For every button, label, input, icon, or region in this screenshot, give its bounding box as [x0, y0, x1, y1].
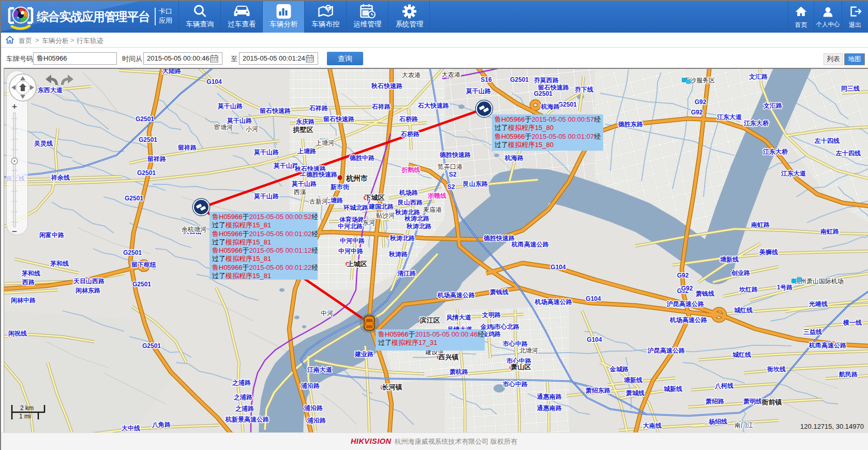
svg-text:通惠南路: 通惠南路 — [536, 404, 562, 412]
svg-text:石祥路: 石祥路 — [371, 103, 391, 110]
svg-text:S2: S2 — [447, 183, 455, 191]
svg-text:之浦路: 之浦路 — [235, 405, 255, 412]
svg-text:闲林中路: 闲林中路 — [11, 297, 36, 304]
svg-text:体育场路: 体育场路 — [339, 216, 365, 223]
svg-text:永庆路: 永庆路 — [295, 118, 315, 125]
svg-text:秋涛北路: 秋涛北路 — [406, 223, 432, 230]
svg-text:G2501: G2501 — [123, 249, 142, 256]
svg-text:新市街: 新市街 — [330, 183, 350, 191]
svg-text:同三线: 同三线 — [841, 85, 860, 92]
svg-text:德胜快速路: 德胜快速路 — [439, 151, 471, 158]
svg-text:莫干山路: 莫干山路 — [466, 88, 491, 95]
svg-text:德胜东路: 德胜东路 — [618, 121, 643, 128]
svg-text:留石快速路: 留石快速路 — [260, 107, 291, 114]
svg-text:−: − — [12, 227, 17, 237]
svg-text:江东大道: 江东大道 — [781, 170, 806, 177]
svg-text:杭海路: 杭海路 — [541, 103, 560, 110]
svg-text:石大快速路: 石大快速路 — [417, 102, 450, 109]
svg-text:文汇路: 文汇路 — [749, 73, 768, 80]
svg-text:2 km: 2 km — [20, 404, 34, 412]
svg-text:中河北路: 中河北路 — [338, 223, 363, 230]
svg-text:城红线: 城红线 — [732, 351, 751, 358]
svg-text:闲林东路: 闲林东路 — [76, 287, 101, 294]
svg-text:城红线: 城红线 — [734, 307, 753, 314]
svg-text:杭新景高速公路: 杭新景高速公路 — [225, 416, 270, 423]
svg-text:浦沿路: 浦沿路 — [304, 404, 323, 412]
svg-text:文明路: 文明路 — [482, 311, 501, 318]
svg-text:滨江区: 滨江区 — [420, 316, 440, 324]
svg-text:之浦路: 之浦路 — [233, 394, 253, 401]
svg-text:天目山西路: 天目山西路 — [73, 278, 105, 285]
svg-text:闲祝线: 闲祝线 — [8, 330, 27, 337]
svg-text:秋涛北路: 秋涛北路 — [390, 235, 415, 242]
svg-text:风情大道: 风情大道 — [446, 314, 472, 321]
svg-text:三益线: 三益线 — [803, 328, 822, 336]
svg-text:1号路: 1号路 — [777, 284, 794, 291]
svg-text:G2501: G2501 — [558, 101, 577, 108]
svg-text:八角路: 八角路 — [152, 421, 171, 428]
svg-text:G2501: G2501 — [139, 136, 157, 143]
svg-text:茅和线: 茅和线 — [21, 270, 40, 277]
svg-text:莫干山路: 莫干山路 — [227, 117, 252, 124]
svg-text:萧明线: 萧明线 — [743, 398, 762, 405]
svg-text:宦塘河: 宦塘河 — [214, 124, 233, 131]
svg-text:+: + — [12, 101, 17, 111]
svg-text:建国北路: 建国北路 — [368, 203, 394, 210]
svg-text:茅和线: 茅和线 — [50, 260, 69, 267]
svg-text:左十四线: 左十四线 — [814, 137, 840, 144]
svg-text:G104: G104 — [206, 78, 222, 85]
svg-text:清江路: 清江路 — [397, 270, 416, 277]
svg-text:八柯线: 八柯线 — [714, 382, 734, 389]
svg-text:下城区: 下城区 — [365, 194, 385, 201]
svg-text:萧钱线: 萧钱线 — [696, 290, 714, 297]
svg-text:上塘河: 上塘河 — [316, 139, 334, 147]
svg-text:坎红路: 坎红路 — [739, 286, 758, 293]
svg-text:莫干山路: 莫干山路 — [217, 103, 243, 110]
svg-text:市心中路: 市心中路 — [502, 340, 528, 347]
svg-text:莫干山路: 莫干山路 — [253, 149, 279, 156]
svg-text:G2501: G2501 — [534, 90, 552, 97]
svg-text:萧杭路: 萧杭路 — [450, 368, 469, 375]
svg-text:余杭塘河: 余杭塘河 — [182, 226, 206, 233]
svg-text:西兴镇: 西兴镇 — [438, 353, 459, 361]
svg-text:中河中路: 中河中路 — [338, 248, 364, 255]
svg-text:留祥路: 留祥路 — [147, 155, 167, 163]
svg-text:G104: G104 — [587, 336, 602, 343]
svg-text:G2501: G2501 — [132, 281, 151, 288]
svg-text:建业路: 建业路 — [354, 351, 374, 358]
svg-text:艮山西路: 艮山西路 — [398, 199, 423, 206]
svg-text:城新线: 城新线 — [663, 385, 682, 393]
svg-text:秋涛路: 秋涛路 — [388, 251, 408, 258]
svg-text:G104: G104 — [586, 295, 601, 302]
svg-text:浦沿路: 浦沿路 — [301, 382, 320, 389]
svg-text:G92: G92 — [677, 272, 689, 279]
svg-text:小河: 小河 — [246, 125, 258, 133]
svg-text:衙坎线: 衙坎线 — [767, 366, 786, 373]
svg-text:萧城线: 萧城线 — [626, 389, 645, 397]
svg-text:留下枢纽: 留下枢纽 — [131, 261, 156, 268]
svg-text:莫干山路: 莫干山路 — [253, 193, 279, 200]
svg-text:贴沙河: 贴沙河 — [376, 212, 395, 219]
svg-text:大农港: 大农港 — [442, 71, 460, 78]
svg-text:折鹅线: 折鹅线 — [401, 166, 420, 173]
svg-text:S2: S2 — [449, 171, 457, 178]
svg-text:G2501: G2501 — [142, 342, 161, 350]
svg-text:江东大道: 江东大道 — [716, 113, 742, 121]
svg-text:萧绍路: 萧绍路 — [706, 398, 725, 405]
svg-text:衙前镇: 衙前镇 — [761, 398, 782, 406]
svg-text:中河: 中河 — [321, 310, 333, 317]
svg-text:G2501: G2501 — [136, 115, 154, 123]
svg-text:西路: 西路 — [22, 279, 35, 286]
svg-text:秋涛北路: 秋涛北路 — [395, 209, 421, 216]
svg-text:杨绍线: 杨绍线 — [708, 418, 727, 425]
svg-text:机场高速公路: 机场高速公路 — [669, 316, 708, 324]
svg-text:杭海路: 杭海路 — [504, 154, 524, 162]
svg-text:文汇路: 文汇路 — [763, 102, 783, 109]
svg-text:市心北路: 市心北路 — [494, 323, 520, 330]
svg-text:德胜快速路: 德胜快速路 — [306, 171, 338, 178]
svg-text:上城区: 上城区 — [347, 260, 367, 268]
svg-text:G2501: G2501 — [137, 169, 156, 177]
svg-text:通惠南路: 通惠南路 — [536, 393, 562, 400]
svg-text:留石快速路: 留石快速路 — [323, 115, 355, 123]
svg-text:G2501: G2501 — [510, 76, 529, 83]
